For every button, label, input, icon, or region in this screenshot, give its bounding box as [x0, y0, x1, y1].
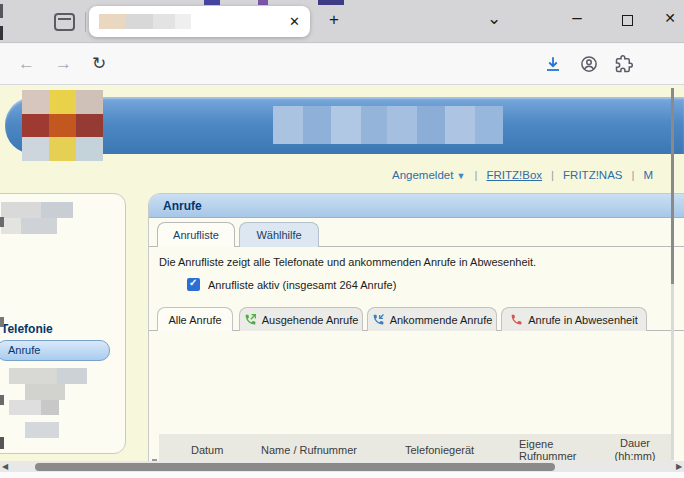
- redacted-cut-icon: [0, 395, 4, 405]
- redacted-menu-item: [21, 218, 57, 234]
- col-own-number[interactable]: Eigene Rufnummer: [513, 438, 605, 462]
- missed-call-icon: [510, 313, 523, 326]
- browser-window: ✕ + ⌄ – ✕ ← → ↻ http://: [0, 0, 684, 478]
- horizontal-scrollbar[interactable]: ◀ ▶: [0, 461, 684, 472]
- horizontal-scroll-thumb[interactable]: [35, 463, 555, 471]
- background-artifact: [258, 0, 268, 5]
- redacted-cut-icon: [0, 437, 4, 449]
- extensions-puzzle-icon[interactable]: [615, 55, 633, 73]
- browser-titlebar: ✕ + ⌄ – ✕: [0, 0, 684, 43]
- browser-tab[interactable]: ✕: [89, 6, 310, 37]
- nav-link-fritznas[interactable]: FRITZ!NAS: [563, 169, 622, 181]
- logged-in-menu[interactable]: Angemeldet ▼: [392, 169, 466, 181]
- scroll-right-arrow-icon[interactable]: ▶: [674, 461, 684, 472]
- downloads-button[interactable]: [544, 55, 562, 73]
- panel-title: Anrufe: [149, 194, 684, 218]
- outgoing-call-icon: [244, 313, 257, 326]
- col-duration: Dauer (hh:mm): [605, 437, 667, 463]
- redacted-fritz-logo: [22, 90, 103, 161]
- window-maximize-button[interactable]: [622, 15, 633, 26]
- account-button[interactable]: [580, 55, 598, 73]
- col-datum[interactable]: Datum: [175, 444, 255, 456]
- tab-list-chevron-icon[interactable]: ⌄: [482, 8, 506, 29]
- scroll-left-arrow-icon[interactable]: ◀: [0, 461, 10, 472]
- redacted-menu-item: [41, 400, 59, 415]
- filter-label: Anrufe in Abwesenheit: [528, 314, 637, 326]
- background-artifact: [0, 4, 3, 18]
- tab-anrufliste[interactable]: Anrufliste: [157, 222, 235, 247]
- redacted-device-name: [273, 106, 503, 144]
- col-device[interactable]: Telefoniegerät: [399, 444, 513, 456]
- redacted-tab-title: [99, 14, 191, 29]
- firefox-view-icon[interactable]: [54, 13, 75, 31]
- tab-waehlhilfe[interactable]: Wählhilfe: [239, 222, 319, 247]
- window-minimize-button[interactable]: –: [565, 8, 589, 28]
- background-artifact: [204, 0, 220, 5]
- filter-label: Ausgehende Anrufe: [262, 314, 359, 326]
- tab-close-icon[interactable]: ✕: [289, 6, 300, 37]
- site-header-nav: Angemeldet ▼ | FRITZ!Box | FRITZ!NAS | M: [392, 166, 653, 184]
- filter-label: Alle Anrufe: [168, 314, 221, 326]
- filter-tab-ankommende[interactable]: Ankommende Anrufe: [367, 307, 497, 331]
- nav-separator: |: [475, 169, 478, 181]
- background-artifact: [0, 26, 3, 40]
- nav-separator: |: [551, 169, 554, 181]
- redacted-menu-item: [25, 384, 65, 400]
- back-button[interactable]: ←: [18, 54, 35, 74]
- nav-link-fritzbox[interactable]: FRITZ!Box: [487, 169, 543, 181]
- anrufe-panel: Anrufe Anrufliste Wählhilfe Die Anruflis…: [148, 193, 684, 478]
- redacted-menu-item: [9, 400, 41, 415]
- checkbox-checked-icon[interactable]: [187, 278, 200, 291]
- nav-link-myfritz-cut[interactable]: M: [644, 169, 654, 181]
- incoming-call-icon: [372, 313, 385, 326]
- vertical-scrollbar[interactable]: [671, 88, 674, 460]
- filter-tab-alle-anrufe[interactable]: Alle Anrufe: [157, 307, 233, 331]
- sidebar-menu-panel: Telefonie Anrufe: [0, 193, 126, 454]
- filter-tab-abwesenheit[interactable]: Anrufe in Abwesenheit: [501, 307, 647, 331]
- browser-toolbar: ← → ↻ http:// 80% ☆: [0, 44, 684, 85]
- bottom-strip: [0, 472, 684, 478]
- forward-button[interactable]: →: [55, 54, 72, 74]
- redacted-menu-item: [25, 422, 59, 438]
- dropdown-arrow-icon: ▼: [457, 171, 466, 181]
- nav-separator: |: [632, 169, 635, 181]
- redacted-cut-icon: [0, 217, 4, 227]
- new-tab-button[interactable]: +: [322, 10, 346, 30]
- redacted-menu-item: [57, 368, 87, 384]
- sidebar-item-anrufe[interactable]: Anrufe: [0, 340, 110, 361]
- window-close-button[interactable]: ✕: [658, 10, 682, 26]
- redacted-menu-item: [9, 368, 57, 384]
- tab-separator: [85, 12, 86, 32]
- reload-button[interactable]: ↻: [92, 53, 106, 74]
- anrufliste-aktiv-row: Anrufliste aktiv (insgesamt 264 Anrufe): [187, 278, 396, 291]
- vertical-scroll-thumb[interactable]: [671, 88, 674, 284]
- checkbox-label: Anrufliste aktiv (insgesamt 264 Anrufe): [208, 279, 396, 291]
- sidebar-section-telefonie: Telefonie: [1, 322, 53, 336]
- anrufliste-description: Die Anrufliste zeigt alle Telefonate und…: [159, 256, 536, 268]
- page-content: Angemeldet ▼ | FRITZ!Box | FRITZ!NAS | M…: [0, 85, 684, 478]
- redacted-cut-icon: [0, 317, 4, 327]
- redacted-menu-item: [41, 202, 73, 218]
- filter-label: Ankommende Anrufe: [390, 314, 493, 326]
- filter-tab-ausgehende[interactable]: Ausgehende Anrufe: [239, 307, 363, 331]
- background-artifact: [318, 0, 344, 5]
- redacted-menu-item: [1, 202, 41, 218]
- col-name[interactable]: Name / Rufnummer: [255, 444, 399, 456]
- redacted-menu-item: [1, 218, 21, 234]
